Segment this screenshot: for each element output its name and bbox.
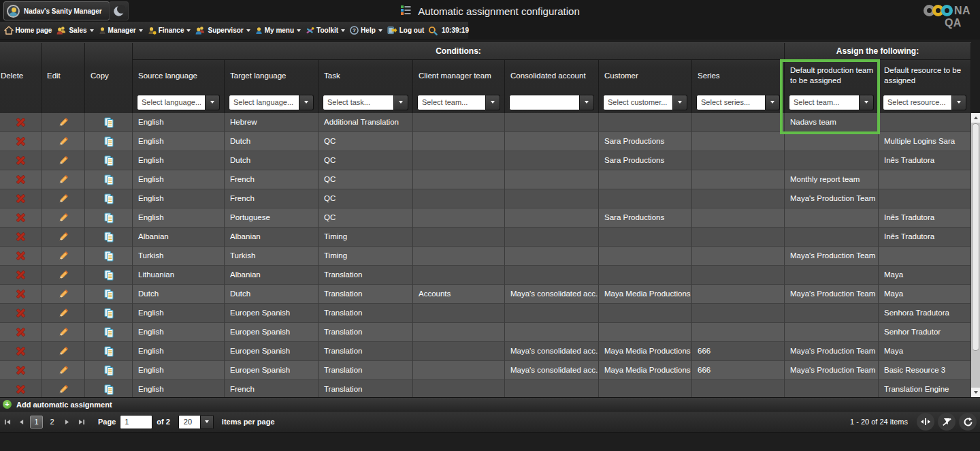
copy-button[interactable]: [85, 247, 133, 266]
filter-source-language[interactable]: [137, 95, 206, 110]
delete-button[interactable]: [0, 113, 42, 132]
menu-item-home-page[interactable]: Home page: [1, 22, 54, 40]
search-button[interactable]: [428, 26, 438, 35]
filter-client-manager-team-dropdown[interactable]: [486, 95, 500, 110]
delete-button[interactable]: [0, 266, 42, 285]
column-header-default-resource[interactable]: Default resource to be assigned: [879, 60, 971, 91]
page-input[interactable]: [120, 415, 152, 429]
filter-consolidated-account-dropdown[interactable]: [580, 95, 594, 110]
filter-default-production-team[interactable]: [789, 95, 860, 110]
refresh-button[interactable]: [959, 413, 977, 431]
delete-button[interactable]: [0, 342, 42, 361]
filter-target-language-dropdown[interactable]: [299, 95, 314, 110]
filter-consolidated-account[interactable]: [509, 95, 580, 110]
menu-item-supervisor[interactable]: Supervisor: [193, 22, 252, 40]
menu-item-help[interactable]: ?Help: [348, 22, 385, 40]
delete-button[interactable]: [0, 285, 42, 304]
delete-button[interactable]: [0, 132, 42, 151]
prev-page-button[interactable]: [14, 415, 29, 429]
column-header-default-production-team[interactable]: Default production team to be assigned: [785, 60, 879, 91]
dark-mode-button[interactable]: [109, 1, 129, 20]
edit-button[interactable]: [42, 189, 85, 208]
copy-button[interactable]: [85, 342, 133, 361]
menu-item-manager[interactable]: Manager: [96, 22, 145, 40]
add-assignment-bar[interactable]: + Add automatic assignment: [0, 397, 980, 411]
column-header-target-language[interactable]: Target language: [225, 60, 318, 91]
menu-item-log-out[interactable]: Log out: [385, 22, 427, 40]
column-header-customer[interactable]: Customer: [599, 60, 692, 91]
filter-client-manager-team[interactable]: [417, 95, 486, 110]
delete-button[interactable]: [0, 208, 42, 228]
delete-button[interactable]: [0, 170, 42, 189]
vertical-scrollbar[interactable]: [971, 113, 980, 397]
column-header-consolidated-account[interactable]: Consolidated account: [505, 60, 599, 91]
edit-button[interactable]: [42, 285, 85, 304]
edit-button[interactable]: [42, 113, 85, 132]
edit-button[interactable]: [42, 304, 85, 323]
filter-customer[interactable]: [603, 95, 673, 110]
column-header-copy[interactable]: Copy: [85, 60, 133, 91]
copy-button[interactable]: [85, 208, 133, 228]
fit-columns-button[interactable]: [917, 413, 934, 431]
edit-button[interactable]: [42, 228, 85, 247]
page-size-select[interactable]: 20: [178, 415, 214, 429]
delete-button[interactable]: [0, 151, 42, 170]
delete-button[interactable]: [0, 228, 42, 247]
clear-filter-button[interactable]: [938, 413, 956, 431]
filter-customer-dropdown[interactable]: [673, 95, 687, 110]
column-header-source-language[interactable]: Source language: [133, 60, 225, 91]
filter-default-resource[interactable]: [883, 95, 952, 110]
edit-button[interactable]: [42, 323, 85, 342]
menu-item-toolkit[interactable]: Toolkit: [304, 22, 348, 40]
delete-button[interactable]: [0, 189, 42, 208]
edit-button[interactable]: [42, 342, 85, 361]
column-header-client-manager-team[interactable]: Client manager team: [413, 60, 505, 91]
edit-button[interactable]: [42, 247, 85, 266]
column-header-edit[interactable]: Edit: [42, 60, 85, 91]
scroll-down-button[interactable]: [971, 388, 980, 397]
delete-button[interactable]: [0, 380, 42, 397]
column-header-task[interactable]: Task: [318, 60, 413, 91]
delete-button[interactable]: [0, 304, 42, 323]
next-page-button[interactable]: [60, 415, 74, 429]
filter-task-dropdown[interactable]: [394, 95, 408, 110]
last-page-button[interactable]: [74, 415, 88, 429]
filter-source-language-dropdown[interactable]: [206, 95, 220, 110]
menu-item-my-menu[interactable]: My menu: [252, 22, 303, 40]
copy-button[interactable]: [85, 304, 133, 323]
page-number-1[interactable]: 1: [30, 416, 43, 429]
copy-button[interactable]: [85, 380, 133, 397]
edit-button[interactable]: [42, 151, 85, 170]
column-header-delete[interactable]: Delete: [0, 60, 42, 91]
first-page-button[interactable]: [0, 415, 14, 429]
filter-task[interactable]: [323, 95, 394, 110]
user-menu-button[interactable]: Nadav's Sanity Manager: [3, 1, 110, 20]
copy-button[interactable]: [85, 113, 133, 132]
scrollbar-thumb[interactable]: [972, 123, 979, 351]
filter-default-production-team-dropdown[interactable]: [860, 95, 874, 110]
copy-button[interactable]: [85, 361, 133, 380]
edit-button[interactable]: [42, 170, 85, 189]
menu-item-sales[interactable]: Sales: [54, 22, 96, 40]
page-size-dropdown[interactable]: [201, 415, 214, 429]
filter-default-resource-dropdown[interactable]: [952, 95, 966, 110]
edit-button[interactable]: [42, 132, 85, 151]
copy-button[interactable]: [85, 266, 133, 285]
filter-series-dropdown[interactable]: [766, 95, 780, 110]
copy-button[interactable]: [85, 189, 133, 208]
filter-series[interactable]: [696, 95, 766, 110]
copy-button[interactable]: [85, 151, 133, 170]
edit-button[interactable]: [42, 361, 85, 380]
page-number-2[interactable]: 2: [46, 416, 59, 429]
copy-button[interactable]: [85, 228, 133, 247]
edit-button[interactable]: [42, 266, 85, 285]
delete-button[interactable]: [0, 361, 42, 380]
copy-button[interactable]: [85, 170, 133, 189]
copy-button[interactable]: [85, 285, 133, 304]
edit-button[interactable]: [42, 208, 85, 228]
filter-target-language[interactable]: [229, 95, 299, 110]
column-header-series[interactable]: Series: [692, 60, 785, 91]
copy-button[interactable]: [85, 132, 133, 151]
copy-button[interactable]: [85, 323, 133, 342]
edit-button[interactable]: [42, 380, 85, 397]
